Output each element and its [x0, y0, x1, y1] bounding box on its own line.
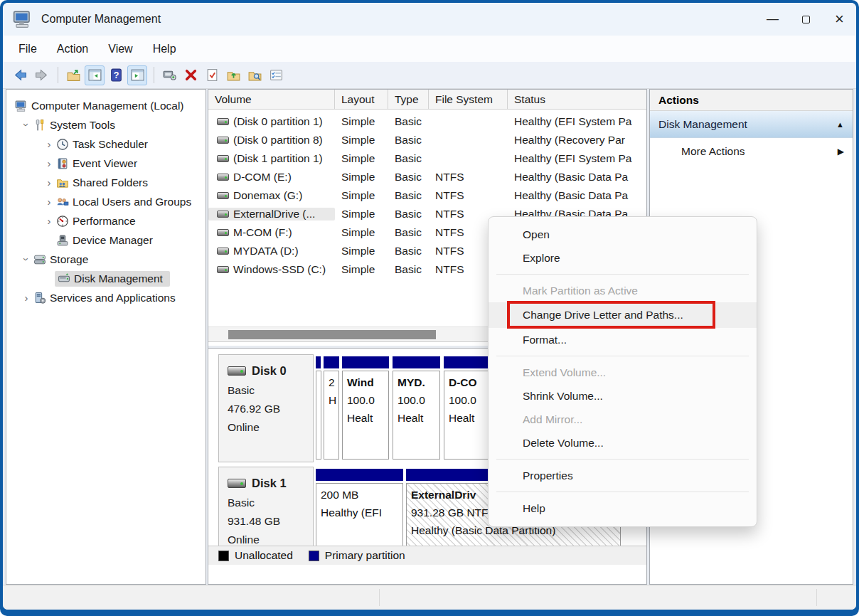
column-header-layout[interactable]: Layout: [335, 90, 388, 109]
open-button[interactable]: [223, 65, 243, 85]
scrollbar-thumb[interactable]: [228, 330, 436, 339]
menu-action[interactable]: Action: [47, 43, 98, 55]
tree-item-event-viewer[interactable]: › Event Viewer: [6, 154, 206, 173]
volume-row[interactable]: (Disk 1 partition 1) Simple Basic Health…: [208, 149, 646, 168]
volume-layout: Simple: [335, 226, 388, 239]
status-separator: [816, 589, 817, 606]
menu-item-explore[interactable]: Explore: [489, 246, 757, 270]
chevron-collapsed-icon[interactable]: ›: [43, 138, 55, 150]
disk-0-label[interactable]: Disk 0 Basic 476.92 GB Online: [218, 354, 314, 462]
column-header-file-system[interactable]: File System: [429, 90, 508, 109]
task-scheduler-icon: [56, 138, 69, 151]
storage-icon: [33, 253, 46, 266]
title-bar: Computer Management — ×: [3, 3, 856, 36]
rescan-disks-button[interactable]: [159, 65, 179, 85]
volume-icon: [217, 266, 229, 273]
action-pane-icon: [130, 68, 145, 83]
maximize-button[interactable]: [789, 3, 823, 36]
column-header-type[interactable]: Type: [388, 90, 429, 109]
chevron-expanded-icon[interactable]: ›: [21, 120, 33, 131]
legend-primary-label: Primary partition: [325, 549, 405, 562]
menu-item-delete-volume[interactable]: Delete Volume...: [489, 431, 757, 455]
menu-item-shrink-volume[interactable]: Shrink Volume...: [489, 384, 757, 408]
chevron-collapsed-icon[interactable]: ›: [43, 196, 55, 208]
partition[interactable]: MYD.100.0Healt: [393, 356, 440, 460]
collapse-icon[interactable]: ▲: [836, 120, 844, 129]
volume-row[interactable]: Donemax (G:) Simple Basic NTFS Healthy (…: [208, 186, 646, 205]
volume-name: D-COM (E:): [233, 171, 292, 184]
volume-name: (Disk 1 partition 1): [233, 152, 323, 165]
menu-separator: [496, 274, 749, 275]
export-list-button[interactable]: [63, 65, 83, 85]
forward-button[interactable]: [31, 65, 51, 85]
explore-button[interactable]: [245, 65, 265, 85]
partition[interactable]: 2H: [324, 356, 339, 460]
volume-row[interactable]: (Disk 0 partition 8) Simple Basic Health…: [208, 131, 646, 149]
tree-item-shared-folders[interactable]: › Shared Folders: [6, 173, 206, 192]
volume-icon: [217, 118, 229, 125]
device-manager-icon: [56, 234, 69, 247]
computer-management-app-icon: [13, 9, 33, 29]
status-separator: [379, 589, 380, 606]
menu-separator: [496, 492, 749, 492]
partition[interactable]: Wind100.0Healt: [342, 356, 389, 460]
column-header-volume[interactable]: Volume: [208, 90, 335, 109]
menu-file[interactable]: File: [9, 43, 47, 55]
minimize-button[interactable]: —: [756, 3, 789, 36]
tree-item-storage[interactable]: › Storage: [6, 250, 206, 269]
tree-label: Event Viewer: [73, 157, 137, 170]
tree-item-system-tools[interactable]: › System Tools: [6, 115, 206, 134]
tree-item-device-manager[interactable]: Device Manager: [6, 230, 206, 250]
volume-type: Basic: [388, 189, 429, 202]
tree-item-computer-management[interactable]: Computer Management (Local): [6, 96, 206, 115]
delete-button[interactable]: [181, 65, 201, 85]
menu-item-help[interactable]: Help: [489, 496, 757, 520]
delete-icon: [183, 68, 198, 83]
tree-item-task-scheduler[interactable]: › Task Scheduler: [6, 134, 206, 154]
disk-status: Online: [228, 418, 313, 437]
tree-item-services-applications[interactable]: › Services and Applications: [6, 288, 206, 307]
disk-icon: [228, 366, 246, 376]
fields-button[interactable]: [266, 65, 286, 85]
menu-item-add-mirror: Add Mirror...: [489, 408, 757, 431]
console-tree-toggle-button[interactable]: [85, 65, 105, 85]
chevron-collapsed-icon[interactable]: ›: [21, 292, 32, 304]
menu-item-format[interactable]: Format...: [489, 328, 757, 351]
back-button[interactable]: [10, 65, 30, 85]
menu-item-properties[interactable]: Properties: [489, 464, 757, 487]
tree-item-local-users-groups[interactable]: › Local Users and Groups: [6, 192, 206, 211]
chevron-collapsed-icon[interactable]: ›: [43, 176, 55, 188]
menu-item-extend-volume: Extend Volume...: [489, 361, 757, 384]
properties-button[interactable]: [202, 65, 222, 85]
disk-name: Disk 0: [252, 361, 287, 380]
legend-unallocated-label: Unallocated: [235, 549, 293, 562]
volume-row[interactable]: D-COM (E:) Simple Basic NTFS Healthy (Ba…: [208, 168, 646, 186]
volume-type: Basic: [388, 115, 429, 128]
tree-label: Storage: [50, 253, 88, 266]
volume-icon: [217, 137, 229, 144]
help-button[interactable]: ?: [106, 65, 126, 85]
more-actions-item[interactable]: More Actions ▶: [650, 138, 853, 165]
menu-separator: [496, 459, 749, 460]
chevron-collapsed-icon[interactable]: ›: [43, 157, 55, 169]
column-header-status[interactable]: Status: [508, 90, 646, 109]
menu-item-open[interactable]: Open: [489, 223, 757, 246]
action-pane-toggle-button[interactable]: [127, 65, 147, 85]
tree-item-performance[interactable]: › Performance: [6, 211, 206, 230]
menu-view[interactable]: View: [98, 43, 142, 55]
maximize-icon: [802, 16, 810, 23]
volume-type: Basic: [388, 245, 429, 257]
menu-item-change-drive-letter[interactable]: Change Drive Letter and Paths...: [489, 302, 757, 328]
chevron-collapsed-icon[interactable]: ›: [43, 215, 55, 227]
volume-layout: Simple: [335, 245, 388, 257]
menu-help[interactable]: Help: [143, 43, 186, 55]
partition[interactable]: [316, 356, 321, 460]
actions-group-disk-management[interactable]: Disk Management ▲: [650, 111, 853, 138]
chevron-expanded-icon[interactable]: ›: [21, 254, 33, 265]
volume-row[interactable]: (Disk 0 partition 1) Simple Basic Health…: [208, 112, 646, 131]
close-icon: ×: [835, 11, 844, 27]
actions-group-label: Disk Management: [658, 118, 747, 131]
rescan-disks-icon: [162, 68, 177, 83]
close-button[interactable]: ×: [823, 3, 856, 36]
tree-item-disk-management[interactable]: Disk Management: [6, 269, 206, 288]
